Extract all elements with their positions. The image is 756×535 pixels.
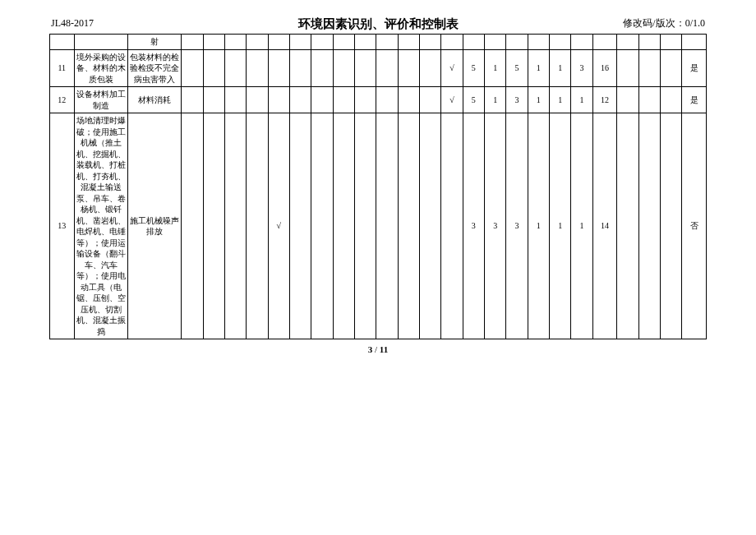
result-cell: 否 — [682, 113, 707, 339]
doc-revision: 修改码/版次：0/1.0 — [623, 16, 705, 30]
activity-cell: 境外采购的设备、材料的木质包装 — [74, 49, 127, 87]
activity-cell: 场地清理时爆破；使用施工机械（推土机、挖掘机、装载机、打桩机、打夯机、混凝土输送… — [74, 113, 127, 339]
factor-cell: 施工机械噪声排放 — [127, 113, 181, 339]
row-no: 13 — [50, 113, 75, 339]
continuation-cell: 射 — [127, 35, 181, 50]
activity-cell: 设备材料加工制造 — [74, 87, 127, 113]
page-header: JL48-2017 环境因素识别、评价和控制表 修改码/版次：0/1.0 — [49, 16, 707, 30]
main-table: 射 11 境外采购的设备、材料的木质包装 包装材料的检验检疫不完全病虫害带入 √… — [49, 34, 707, 339]
row-no: 11 — [50, 49, 75, 87]
page-current: 3 — [368, 344, 373, 354]
doc-code: JL48-2017 — [51, 17, 94, 30]
factor-cell: 材料消耗 — [127, 87, 181, 113]
factor-cell: 包装材料的检验检疫不完全病虫害带入 — [127, 49, 181, 87]
result-cell: 是 — [682, 87, 707, 113]
result-cell: 是 — [682, 49, 707, 87]
table-row: 12 设备材料加工制造 材料消耗 √ 51311112 是 — [50, 87, 707, 113]
page-total: 11 — [380, 344, 388, 354]
doc-title: 环境因素识别、评价和控制表 — [298, 16, 459, 32]
table-row: 11 境外采购的设备、材料的木质包装 包装材料的检验检疫不完全病虫害带入 √ 5… — [50, 49, 707, 87]
table-row: 射 — [50, 35, 707, 50]
table-row: 13 场地清理时爆破；使用施工机械（推土机、挖掘机、装载机、打桩机、打夯机、混凝… — [50, 113, 707, 339]
page-footer: 3 / 11 — [49, 344, 707, 354]
row-no: 12 — [50, 87, 75, 113]
